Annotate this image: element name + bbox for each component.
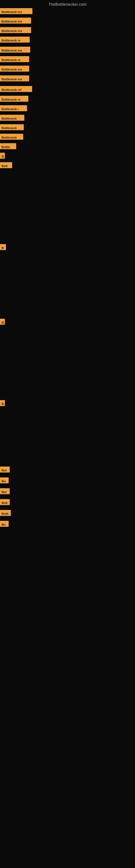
bottleneck-item-3[interactable]: Bottleneck res bbox=[0, 27, 31, 33]
bottleneck-item-5[interactable]: Bottleneck res bbox=[0, 46, 30, 53]
bottleneck-item-25[interactable]: Bottl bbox=[0, 510, 11, 516]
bottleneck-item-24[interactable]: Bott bbox=[0, 499, 10, 505]
bottleneck-item-11[interactable]: Bottleneck r bbox=[0, 105, 27, 111]
bottleneck-item-26[interactable]: Bo bbox=[0, 521, 9, 527]
bottleneck-item-13[interactable]: Bottleneck bbox=[0, 124, 24, 130]
bottleneck-item-14[interactable]: Bottleneck bbox=[0, 134, 23, 140]
bottleneck-item-15[interactable]: Bottle bbox=[0, 143, 16, 149]
bottleneck-item-22[interactable]: Bo bbox=[0, 477, 9, 484]
bottleneck-item-23[interactable]: Bot bbox=[0, 488, 10, 494]
bottleneck-item-8[interactable]: Bottleneck res bbox=[0, 75, 29, 82]
bottleneck-item-2[interactable]: Bottleneck res bbox=[0, 18, 31, 24]
bottleneck-item-19[interactable]: B bbox=[0, 319, 5, 325]
bottleneck-item-10[interactable]: Bottleneck re bbox=[0, 96, 28, 102]
bottleneck-item-21[interactable]: Bot bbox=[0, 467, 10, 472]
bottleneck-item-6[interactable]: Bottleneck re bbox=[0, 56, 29, 62]
site-title: TheBottlenecker.com bbox=[0, 0, 135, 9]
bottleneck-item-4[interactable]: Bottleneck re bbox=[0, 37, 30, 42]
bottleneck-item-1[interactable]: Bottleneck res bbox=[0, 8, 32, 14]
bottleneck-item-12[interactable]: Bottleneck bbox=[0, 115, 24, 121]
bottleneck-item-16[interactable]: B bbox=[0, 153, 5, 159]
bottleneck-item-9[interactable]: Bottleneck ref bbox=[0, 86, 32, 92]
bottleneck-item-17[interactable]: Bott bbox=[0, 162, 12, 168]
bottleneck-item-18[interactable]: B bbox=[0, 244, 6, 250]
bottleneck-item-7[interactable]: Bottleneck res bbox=[0, 66, 29, 72]
bottleneck-item-20[interactable]: B bbox=[0, 400, 5, 406]
